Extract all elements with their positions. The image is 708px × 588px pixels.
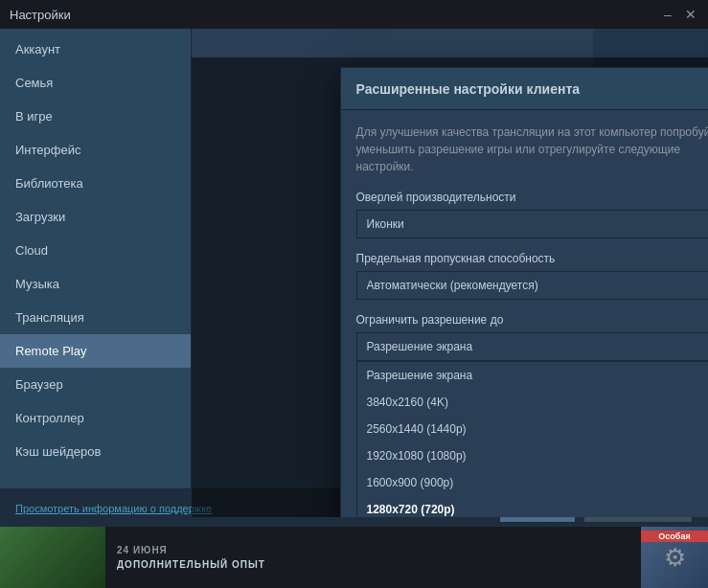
- resolution-label: Ограничить разрешение до: [356, 313, 709, 327]
- sidebar-item-remoteplay[interactable]: Remote Play: [0, 334, 191, 368]
- resolution-option-screen[interactable]: Разрешение экрана: [357, 362, 709, 389]
- modal-header: Расширенные настройки клиента ✕: [341, 68, 709, 110]
- sidebar: Аккаунт Семья В игре Интерфейс Библиотек…: [0, 29, 192, 517]
- resolution-dropdown-trigger[interactable]: Разрешение экрана ▼: [356, 332, 709, 361]
- bandwidth-dropdown-container: Автоматически (рекомендуется) ▼: [356, 271, 709, 300]
- sidebar-item-broadcast[interactable]: Трансляция: [0, 301, 191, 334]
- sidebar-item-ingame[interactable]: В игре: [0, 100, 191, 133]
- game-thumbnail: [0, 527, 105, 588]
- modal-dialog: Расширенные настройки клиента ✕ Для улуч…: [340, 67, 709, 517]
- minimize-button[interactable]: –: [660, 7, 675, 22]
- bandwidth-group: Предельная пропускная способность Автома…: [356, 252, 709, 300]
- sidebar-item-downloads[interactable]: Загрузки: [0, 200, 191, 234]
- sidebar-item-shadercache[interactable]: Кэш шейдеров: [0, 435, 191, 468]
- bottom-support-link[interactable]: Просмотреть информацию о поддержке: [15, 503, 212, 514]
- gear-icon: ⚙: [664, 543, 686, 573]
- main-content: ПАСНОСТИ ▼ Расширенные настройки клиента…: [192, 29, 708, 517]
- bandwidth-label: Предельная пропускная способность: [356, 252, 709, 265]
- taskbar: 24 ИЮНЯ ДОПОЛНИТЕЛЬНЫЙ ОПЫТ ⚙ Особая: [0, 527, 708, 588]
- modal-description: Для улучшения качества трансляции на это…: [356, 124, 709, 175]
- sidebar-item-music[interactable]: Музыка: [0, 267, 191, 301]
- performance-overlay-dropdown[interactable]: Иконки: [356, 210, 709, 238]
- window-title: Настройки: [10, 8, 71, 22]
- resolution-option-4k[interactable]: 3840x2160 (4K): [357, 389, 709, 416]
- sidebar-item-account[interactable]: Аккаунт: [0, 33, 191, 66]
- sidebar-item-cloud[interactable]: Cloud: [0, 234, 191, 267]
- resolution-dropdown-container: Разрешение экрана ▼ Разрешение экрана 38…: [356, 332, 709, 517]
- resolution-option-1080p[interactable]: 1920x1080 (1080p): [357, 442, 709, 469]
- performance-overlay-label: Оверлей производительности: [356, 191, 709, 204]
- close-button[interactable]: ✕: [683, 7, 698, 22]
- title-bar-controls: – ✕: [660, 7, 698, 22]
- resolution-option-900p[interactable]: 1600x900 (900p): [357, 469, 709, 496]
- news-label: ДОПОЛНИТЕЛЬНЫЙ ОПЫТ: [117, 559, 629, 570]
- resolution-group: Ограничить разрешение до Разрешение экра…: [356, 313, 709, 517]
- resolution-option-1440p[interactable]: 2560x1440 (1440p): [357, 416, 709, 442]
- performance-overlay-dropdown-container: Иконки ▼: [356, 210, 709, 238]
- title-bar: Настройки – ✕: [0, 0, 708, 29]
- date-label: 24 ИЮНЯ: [117, 545, 629, 555]
- settings-body: Аккаунт Семья В игре Интерфейс Библиотек…: [0, 29, 708, 517]
- sidebar-item-interface[interactable]: Интерфейс: [0, 133, 191, 167]
- special-label: Особая: [641, 531, 708, 542]
- performance-overlay-group: Оверлей производительности Иконки ▼: [356, 191, 709, 238]
- modal-body: Для улучшения качества трансляции на это…: [341, 110, 709, 517]
- modal-title: Расширенные настройки клиента: [356, 81, 581, 97]
- modal-overlay: Расширенные настройки клиента ✕ Для улуч…: [192, 57, 708, 517]
- sidebar-item-controller[interactable]: Контроллер: [0, 401, 191, 435]
- sidebar-item-family[interactable]: Семья: [0, 66, 191, 100]
- taskbar-content: 24 ИЮНЯ ДОПОЛНИТЕЛЬНЫЙ ОПЫТ: [105, 537, 641, 577]
- bandwidth-dropdown[interactable]: Автоматически (рекомендуется): [356, 271, 709, 300]
- corner-icon-area: ⚙ Особая: [641, 527, 708, 588]
- resolution-selected-value: Разрешение экрана: [367, 340, 473, 353]
- sidebar-item-browser[interactable]: Браузер: [0, 368, 191, 401]
- resolution-dropdown-list: Разрешение экрана 3840x2160 (4K) 2560x14…: [356, 361, 709, 517]
- settings-window: Настройки – ✕ Аккаунт Семья В игре Интер…: [0, 0, 708, 517]
- resolution-option-720p[interactable]: 1280x720 (720p): [357, 496, 709, 517]
- sidebar-item-library[interactable]: Библиотека: [0, 167, 191, 200]
